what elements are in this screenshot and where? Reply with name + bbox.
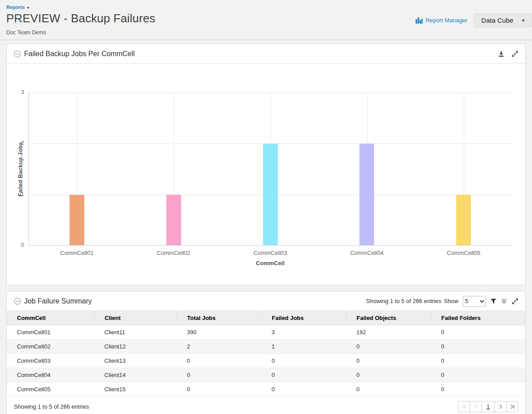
table-cell: 0 [431,340,525,354]
show-label: Show [444,298,458,304]
chevron-down-icon: ▼ [521,18,525,23]
table-cell: 192 [346,325,431,340]
footer-showing-text: Showing 1 to 5 of 266 entries [14,403,89,410]
table-cell: 1 [261,340,346,354]
table-cell: 0 [346,368,431,382]
table-row[interactable]: CommCell03Client130000 [7,354,525,368]
table-cell: 0 [346,340,431,354]
data-cube-label: Data Cube [481,16,513,24]
table-cell: Client15 [94,382,177,397]
table-cell: Client11 [94,325,177,340]
table-cell: 0 [261,368,346,382]
breadcrumb-reports-link[interactable]: Reports ▾ [6,4,29,10]
table-cell: 0 [431,368,525,382]
x-category-label: CommCell02 [140,250,207,256]
chart-bar[interactable] [359,143,374,246]
table-cell: CommCell01 [7,325,94,340]
table-cell: CommCell04 [7,368,94,382]
showing-entries-text: Showing 1 to 5 of 266 entries [366,298,441,304]
chart-body: 0123CommCell01CommCell02CommCell03CommCe… [7,64,525,285]
summary-table: CommCellClientTotal JobsFailed JobsFaile… [7,311,525,397]
table-cell: Client12 [94,340,177,354]
chevron-down-icon: ▾ [27,6,29,10]
page-subtitle: Doc Team Demo [6,29,526,36]
data-cube-dropdown[interactable]: Data Cube ▼ [474,13,532,27]
y-tick-label: 3 [6,89,24,95]
chart-panel-title: Failed Backup Jobs Per CommCell [14,50,135,58]
table-row[interactable]: CommCell02Client122100 [7,340,525,354]
table-cell: 3 [261,325,346,340]
table-panel-header: Job Failure Summary Showing 1 to 5 of 26… [7,291,525,311]
table-panel-title: Job Failure Summary [14,297,92,305]
x-category-label: CommCell03 [237,250,304,256]
header-row: CommCellClientTotal JobsFailed JobsFaile… [7,311,525,325]
column-header[interactable]: Failed Jobs [261,311,346,325]
x-axis-title: CommCell [29,260,512,266]
bar-chart-icon [416,17,423,24]
table-cell: 0 [177,382,261,397]
column-header[interactable]: CommCell [7,311,94,325]
y-axis-title: Failed Backup Jobs [17,142,24,196]
table-panel: Job Failure Summary Showing 1 to 5 of 26… [6,291,526,414]
expand-icon[interactable] [512,51,518,57]
table-footer: Showing 1 to 5 of 266 entries 1 [7,397,525,414]
table-cell: 0 [431,382,525,397]
page-title: PREVIEW - Backup Failures [6,12,155,25]
chart-panel: Failed Backup Jobs Per CommCell 0123Comm… [6,44,526,285]
chart-panel-title-text: Failed Backup Jobs Per CommCell [24,50,135,58]
y-tick-label: 0 [6,242,24,248]
table-cell: CommCell03 [7,354,94,368]
column-header[interactable]: Total Jobs [177,311,261,325]
table-cell: 390 [177,325,261,340]
table-cell: 0 [261,354,346,368]
table-cell: Client14 [94,368,177,382]
chart-bar[interactable] [263,143,278,246]
table-cell: 0 [261,382,346,397]
table-row[interactable]: CommCell04Client140000 [7,368,525,382]
collapse-icon[interactable] [14,298,21,305]
table-cell: 0 [346,382,431,397]
previous-page-button[interactable] [470,401,482,412]
table-row[interactable]: CommCell01Client1139031920 [7,325,525,340]
table-cell: Client13 [94,354,177,368]
x-category-label: CommCell04 [334,250,400,256]
summary-table-head: CommCellClientTotal JobsFailed JobsFaile… [7,311,525,325]
x-category-label: CommCell05 [430,250,497,256]
double-chevron-down-icon[interactable] [501,298,507,304]
chart-bar[interactable] [70,195,84,246]
current-page-button[interactable]: 1 [481,401,495,412]
report-manager-label: Report Manager [425,17,467,24]
table-row[interactable]: CommCell05Client150000 [7,382,525,397]
chart-bar[interactable] [456,195,471,246]
last-page-button[interactable] [506,401,518,412]
page-header: Reports ▾ PREVIEW - Backup Failures Repo… [0,0,532,40]
column-header[interactable]: Failed Objects [346,311,431,325]
page-size-select[interactable]: 5 [463,296,486,307]
table-cell: 2 [177,340,261,354]
table-cell: CommCell02 [7,340,94,354]
x-category-label: CommCell01 [43,250,110,256]
breadcrumb-label: Reports [6,4,25,10]
pagination: 1 [458,401,518,412]
summary-table-body: CommCell01Client1139031920CommCell02Clie… [7,325,525,397]
table-cell: 0 [177,354,261,368]
column-header[interactable]: Failed Folders [431,311,525,325]
table-cell: 0 [431,325,525,340]
report-manager-link[interactable]: Report Manager [416,17,467,24]
collapse-icon[interactable] [14,50,21,57]
expand-icon[interactable] [512,298,518,304]
filter-icon[interactable] [491,299,496,304]
next-page-button[interactable] [495,401,507,412]
table-cell: CommCell05 [7,382,94,397]
column-header[interactable]: Client [94,311,177,325]
table-cell: 0 [346,354,431,368]
first-page-button[interactable] [458,401,470,412]
table-cell: 0 [177,368,261,382]
chart-panel-header: Failed Backup Jobs Per CommCell [7,44,525,64]
table-cell: 0 [431,354,525,368]
table-panel-title-text: Job Failure Summary [24,297,92,305]
chart-bar[interactable] [166,195,181,246]
download-icon[interactable] [498,51,504,57]
